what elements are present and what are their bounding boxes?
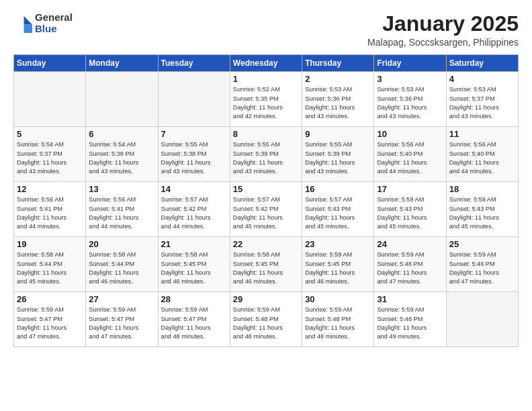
day-info: Sunrise: 5:53 AM Sunset: 5:37 PM Dayligh… bbox=[449, 85, 515, 121]
calendar-cell: 14Sunrise: 5:57 AM Sunset: 5:42 PM Dayli… bbox=[158, 182, 230, 237]
day-number: 16 bbox=[305, 184, 371, 194]
calendar-cell: 5Sunrise: 5:54 AM Sunset: 5:37 PM Daylig… bbox=[14, 127, 86, 182]
day-number: 9 bbox=[305, 129, 371, 139]
calendar-cell: 16Sunrise: 5:57 AM Sunset: 5:43 PM Dayli… bbox=[302, 182, 374, 237]
day-info: Sunrise: 5:59 AM Sunset: 5:47 PM Dayligh… bbox=[161, 306, 227, 341]
calendar-cell: 11Sunrise: 5:56 AM Sunset: 5:40 PM Dayli… bbox=[446, 127, 518, 182]
calendar-cell: 10Sunrise: 5:56 AM Sunset: 5:40 PM Dayli… bbox=[374, 127, 446, 182]
day-info: Sunrise: 5:56 AM Sunset: 5:41 PM Dayligh… bbox=[89, 195, 154, 231]
day-info: Sunrise: 5:52 AM Sunset: 5:35 PM Dayligh… bbox=[233, 85, 299, 121]
day-number: 8 bbox=[233, 129, 299, 139]
calendar-cell: 23Sunrise: 5:59 AM Sunset: 5:45 PM Dayli… bbox=[302, 237, 374, 292]
day-number: 19 bbox=[17, 239, 83, 249]
day-info: Sunrise: 5:55 AM Sunset: 5:39 PM Dayligh… bbox=[233, 140, 299, 176]
weekday-header: Sunday bbox=[14, 55, 86, 72]
day-number: 1 bbox=[233, 74, 299, 84]
header-row: SundayMondayTuesdayWednesdayThursdayFrid… bbox=[14, 55, 519, 72]
day-info: Sunrise: 5:59 AM Sunset: 5:48 PM Dayligh… bbox=[377, 306, 443, 341]
day-info: Sunrise: 5:57 AM Sunset: 5:42 PM Dayligh… bbox=[161, 195, 227, 231]
logo-text: General Blue bbox=[35, 12, 73, 34]
day-info: Sunrise: 5:58 AM Sunset: 5:44 PM Dayligh… bbox=[89, 250, 154, 286]
calendar-cell: 1Sunrise: 5:52 AM Sunset: 5:35 PM Daylig… bbox=[230, 72, 302, 127]
day-info: Sunrise: 5:59 AM Sunset: 5:47 PM Dayligh… bbox=[17, 306, 83, 341]
logo-icon bbox=[13, 14, 32, 33]
day-info: Sunrise: 5:58 AM Sunset: 5:44 PM Dayligh… bbox=[17, 250, 83, 286]
calendar-week-row: 19Sunrise: 5:58 AM Sunset: 5:44 PM Dayli… bbox=[14, 237, 519, 292]
day-info: Sunrise: 5:54 AM Sunset: 5:38 PM Dayligh… bbox=[89, 140, 154, 176]
calendar-cell: 6Sunrise: 5:54 AM Sunset: 5:38 PM Daylig… bbox=[86, 127, 158, 182]
day-info: Sunrise: 5:56 AM Sunset: 5:40 PM Dayligh… bbox=[449, 140, 515, 176]
calendar-week-row: 26Sunrise: 5:59 AM Sunset: 5:47 PM Dayli… bbox=[14, 292, 519, 347]
calendar-cell: 15Sunrise: 5:57 AM Sunset: 5:42 PM Dayli… bbox=[230, 182, 302, 237]
day-number: 17 bbox=[377, 184, 443, 194]
page: General Blue January 2025 Malapag, Soccs… bbox=[0, 0, 532, 411]
calendar-cell: 4Sunrise: 5:53 AM Sunset: 5:37 PM Daylig… bbox=[446, 72, 518, 127]
calendar-cell: 18Sunrise: 5:58 AM Sunset: 5:43 PM Dayli… bbox=[446, 182, 518, 237]
weekday-header: Friday bbox=[374, 55, 446, 72]
day-number: 30 bbox=[305, 294, 371, 304]
svg-marker-1 bbox=[24, 24, 32, 32]
weekday-header: Tuesday bbox=[158, 55, 230, 72]
svg-rect-2 bbox=[13, 14, 24, 25]
calendar-week-row: 1Sunrise: 5:52 AM Sunset: 5:35 PM Daylig… bbox=[14, 72, 519, 127]
day-number: 2 bbox=[305, 74, 371, 84]
day-info: Sunrise: 5:59 AM Sunset: 5:46 PM Dayligh… bbox=[377, 250, 443, 286]
day-info: Sunrise: 5:56 AM Sunset: 5:41 PM Dayligh… bbox=[17, 195, 83, 231]
calendar-week-row: 12Sunrise: 5:56 AM Sunset: 5:41 PM Dayli… bbox=[14, 182, 519, 237]
day-info: Sunrise: 5:55 AM Sunset: 5:39 PM Dayligh… bbox=[305, 140, 371, 176]
title-block: January 2025 Malapag, Soccsksargen, Phil… bbox=[367, 12, 519, 48]
day-info: Sunrise: 5:59 AM Sunset: 5:48 PM Dayligh… bbox=[305, 306, 371, 341]
weekday-header: Wednesday bbox=[230, 55, 302, 72]
day-info: Sunrise: 5:58 AM Sunset: 5:45 PM Dayligh… bbox=[161, 250, 227, 286]
logo: General Blue bbox=[13, 12, 73, 34]
day-number: 11 bbox=[449, 129, 515, 139]
calendar-cell: 7Sunrise: 5:55 AM Sunset: 5:38 PM Daylig… bbox=[158, 127, 230, 182]
day-number: 28 bbox=[161, 294, 227, 304]
day-number: 20 bbox=[89, 239, 154, 249]
day-number: 29 bbox=[233, 294, 299, 304]
day-info: Sunrise: 5:57 AM Sunset: 5:43 PM Dayligh… bbox=[305, 195, 371, 231]
day-info: Sunrise: 5:59 AM Sunset: 5:46 PM Dayligh… bbox=[449, 250, 515, 286]
calendar-cell: 3Sunrise: 5:53 AM Sunset: 5:36 PM Daylig… bbox=[374, 72, 446, 127]
calendar-cell: 31Sunrise: 5:59 AM Sunset: 5:48 PM Dayli… bbox=[374, 292, 446, 347]
calendar-cell: 12Sunrise: 5:56 AM Sunset: 5:41 PM Dayli… bbox=[14, 182, 86, 237]
day-number: 23 bbox=[305, 239, 371, 249]
day-number: 10 bbox=[377, 129, 443, 139]
day-number: 31 bbox=[377, 294, 443, 304]
day-number: 4 bbox=[449, 74, 515, 84]
calendar-subtitle: Malapag, Soccsksargen, Philippines bbox=[367, 37, 519, 48]
calendar-cell bbox=[86, 72, 158, 127]
calendar-cell: 30Sunrise: 5:59 AM Sunset: 5:48 PM Dayli… bbox=[302, 292, 374, 347]
weekday-header: Monday bbox=[86, 55, 158, 72]
calendar-cell bbox=[14, 72, 86, 127]
calendar-cell: 25Sunrise: 5:59 AM Sunset: 5:46 PM Dayli… bbox=[446, 237, 518, 292]
calendar-title: January 2025 bbox=[367, 12, 519, 36]
calendar-week-row: 5Sunrise: 5:54 AM Sunset: 5:37 PM Daylig… bbox=[14, 127, 519, 182]
day-info: Sunrise: 5:57 AM Sunset: 5:42 PM Dayligh… bbox=[233, 195, 299, 231]
calendar-cell bbox=[158, 72, 230, 127]
calendar-cell: 28Sunrise: 5:59 AM Sunset: 5:47 PM Dayli… bbox=[158, 292, 230, 347]
calendar-cell: 2Sunrise: 5:53 AM Sunset: 5:36 PM Daylig… bbox=[302, 72, 374, 127]
day-info: Sunrise: 5:54 AM Sunset: 5:37 PM Dayligh… bbox=[17, 140, 83, 176]
weekday-header: Saturday bbox=[446, 55, 518, 72]
day-number: 12 bbox=[17, 184, 83, 194]
weekday-header: Thursday bbox=[302, 55, 374, 72]
day-info: Sunrise: 5:58 AM Sunset: 5:43 PM Dayligh… bbox=[377, 195, 443, 231]
day-number: 5 bbox=[17, 129, 83, 139]
day-number: 14 bbox=[161, 184, 227, 194]
calendar-cell: 9Sunrise: 5:55 AM Sunset: 5:39 PM Daylig… bbox=[302, 127, 374, 182]
calendar-cell: 17Sunrise: 5:58 AM Sunset: 5:43 PM Dayli… bbox=[374, 182, 446, 237]
day-number: 27 bbox=[89, 294, 154, 304]
day-info: Sunrise: 5:56 AM Sunset: 5:40 PM Dayligh… bbox=[377, 140, 443, 176]
day-info: Sunrise: 5:55 AM Sunset: 5:38 PM Dayligh… bbox=[161, 140, 227, 176]
calendar-cell: 24Sunrise: 5:59 AM Sunset: 5:46 PM Dayli… bbox=[374, 237, 446, 292]
day-number: 26 bbox=[17, 294, 83, 304]
day-number: 13 bbox=[89, 184, 154, 194]
day-info: Sunrise: 5:59 AM Sunset: 5:47 PM Dayligh… bbox=[89, 306, 154, 341]
header: General Blue January 2025 Malapag, Soccs… bbox=[13, 12, 519, 48]
day-info: Sunrise: 5:58 AM Sunset: 5:43 PM Dayligh… bbox=[449, 195, 515, 231]
calendar-cell: 13Sunrise: 5:56 AM Sunset: 5:41 PM Dayli… bbox=[86, 182, 158, 237]
calendar-cell: 27Sunrise: 5:59 AM Sunset: 5:47 PM Dayli… bbox=[86, 292, 158, 347]
day-info: Sunrise: 5:53 AM Sunset: 5:36 PM Dayligh… bbox=[377, 85, 443, 121]
logo-general: General bbox=[35, 11, 73, 23]
